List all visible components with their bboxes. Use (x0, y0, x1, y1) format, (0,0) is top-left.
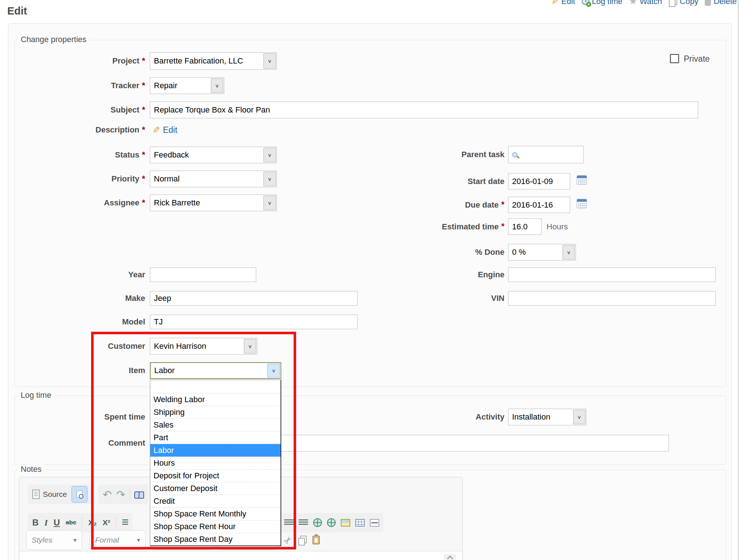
chevron-down-icon[interactable] (263, 196, 276, 210)
assignee-select[interactable]: Rick Barrette (150, 195, 277, 211)
copy-pages-button[interactable] (298, 536, 307, 544)
action-copy-label: Copy (680, 0, 698, 6)
comment-label: Comment (22, 435, 145, 451)
table-button[interactable] (355, 519, 365, 527)
strikethrough-button[interactable]: abc (66, 519, 76, 526)
action-log-time-label: Log time (592, 0, 622, 6)
scroll-up-button[interactable] (444, 554, 456, 560)
log-time-fieldset (15, 396, 726, 465)
parent-task-label: Parent task (363, 146, 504, 163)
status-label: Status* (22, 147, 145, 163)
notes-textarea[interactable] (20, 551, 462, 560)
action-delete[interactable]: Delete (705, 0, 737, 6)
item-option[interactable]: Shop Space Rent Hour (150, 520, 281, 533)
tracker-select[interactable]: Repair (150, 77, 224, 94)
item-option[interactable]: Credit (150, 495, 281, 507)
format-dropdown[interactable]: Format (90, 530, 146, 550)
item-option[interactable]: Sales (150, 418, 281, 431)
chevron-down-icon[interactable] (563, 245, 575, 259)
chevron-down-icon[interactable] (263, 53, 276, 69)
vin-input[interactable] (508, 291, 716, 306)
chevron-down-icon[interactable] (573, 410, 585, 424)
styles-dropdown[interactable]: Styles (26, 530, 82, 550)
customer-label: Customer (22, 338, 145, 355)
link-button[interactable] (313, 518, 322, 527)
assignee-label: Assignee* (22, 195, 145, 211)
browser-scrollbar[interactable] (738, 0, 739, 560)
item-option[interactable]: Customer Deposit (150, 482, 281, 495)
year-input[interactable] (150, 267, 256, 282)
image-button[interactable] (341, 519, 350, 527)
parent-task-input[interactable] (508, 146, 584, 163)
paste-button[interactable] (312, 536, 320, 544)
preview-magnifier-icon (77, 491, 82, 498)
project-select[interactable]: Barrette Fabrication, LLC (150, 52, 277, 70)
cut-button[interactable] (284, 535, 292, 546)
copy-icon (669, 0, 677, 6)
description-edit-link[interactable]: Edit (152, 123, 177, 136)
due-date-input[interactable]: 2016-01-16 (508, 197, 570, 213)
percent-done-select[interactable]: 0 % (508, 244, 576, 261)
item-option[interactable]: Shipping (150, 406, 281, 418)
subscript-button[interactable]: X₂ (88, 518, 97, 527)
private-label: Private (684, 54, 710, 64)
action-watch[interactable]: Watch (629, 0, 662, 7)
calendar-icon[interactable] (577, 175, 587, 185)
action-log-time[interactable]: Log time (582, 0, 622, 6)
chevron-up-icon (447, 556, 453, 560)
chevron-down-icon[interactable] (267, 364, 280, 377)
chevron-down-icon[interactable] (263, 148, 276, 162)
undo-icon[interactable] (103, 488, 112, 501)
action-copy[interactable]: Copy (669, 0, 698, 6)
chevron-down-icon[interactable] (244, 339, 256, 353)
start-date-input[interactable]: 2016-01-09 (508, 173, 570, 189)
preview-button[interactable] (71, 486, 87, 503)
log-time-legend: Log time (17, 391, 54, 400)
calendar-icon[interactable] (577, 199, 587, 208)
private-checkbox[interactable] (670, 54, 679, 63)
justify-left-button[interactable] (284, 519, 294, 526)
underline-button[interactable]: U (54, 518, 60, 528)
model-input[interactable]: TJ (150, 315, 357, 329)
due-date-label: Due date* (363, 197, 504, 213)
find-icon[interactable] (134, 491, 144, 498)
superscript-button[interactable]: X² (103, 518, 110, 527)
toolbar-divider (116, 516, 116, 529)
item-option[interactable]: Part (150, 431, 281, 444)
redo-icon[interactable] (116, 488, 125, 501)
customer-select[interactable]: Kevin Harrison (150, 338, 257, 355)
activity-label: Activity (363, 409, 504, 425)
horizontal-rule-button[interactable] (370, 519, 379, 527)
chevron-down-icon[interactable] (211, 78, 223, 93)
year-label: Year (22, 267, 145, 282)
item-option[interactable]: Hours (150, 457, 281, 469)
insert-group (280, 513, 384, 532)
item-option[interactable]: Shop Space Rent Day (150, 533, 281, 545)
item-option[interactable]: Deposit for Project (150, 469, 281, 482)
make-input[interactable]: Jeep (150, 291, 357, 306)
estimated-time-unit: Hours (547, 218, 568, 235)
subject-label: Subject* (22, 102, 145, 118)
activity-select[interactable]: Installation (508, 409, 586, 425)
engine-input[interactable] (508, 267, 716, 282)
item-option-selected[interactable]: Labor (150, 444, 281, 457)
chevron-down-icon[interactable] (263, 172, 276, 186)
italic-button[interactable]: I (44, 518, 48, 528)
bold-button[interactable]: B (32, 518, 38, 528)
subject-input[interactable]: Replace Torque Box & Floor Pan (150, 102, 698, 118)
item-select[interactable]: Labor (150, 362, 281, 379)
justify-block-button[interactable] (299, 519, 308, 526)
item-option[interactable] (150, 380, 281, 393)
estimated-time-input[interactable]: 16.0 (508, 218, 541, 235)
source-document-icon (32, 490, 40, 499)
start-date-label: Start date (363, 173, 504, 189)
project-label: Project* (22, 52, 145, 70)
status-select[interactable]: Feedback (150, 147, 277, 163)
numbered-list-button[interactable] (122, 519, 128, 526)
item-option[interactable]: Welding Labor (150, 393, 281, 406)
item-option[interactable]: Shop Space Rent Monthly (150, 507, 281, 520)
action-edit[interactable]: Edit (551, 0, 575, 7)
source-button[interactable]: Source (32, 490, 67, 499)
priority-select[interactable]: Normal (150, 171, 277, 187)
unlink-button[interactable] (327, 518, 336, 527)
